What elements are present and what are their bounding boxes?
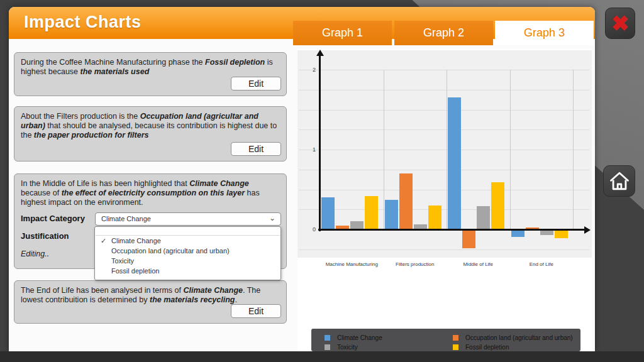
legend-label: Fossil depletion xyxy=(465,344,509,351)
bar xyxy=(448,97,461,229)
x-category-label: End of Life xyxy=(507,261,576,267)
window-bottom-bar xyxy=(0,351,644,362)
bar xyxy=(477,206,490,229)
bar xyxy=(321,197,335,229)
y-tick-label: 0 xyxy=(301,226,316,233)
legend-swatch xyxy=(453,344,458,350)
gridline-v xyxy=(384,70,384,229)
impact-bar-chart: 012 Machine ManufacturingFilters product… xyxy=(297,49,592,351)
note-filters-production: About the Filters production is the Occu… xyxy=(14,106,287,162)
bar xyxy=(462,230,475,248)
home-button[interactable] xyxy=(603,165,635,197)
justification-label: Justification xyxy=(21,231,69,241)
listbox-blank-row xyxy=(95,227,280,235)
bar xyxy=(540,230,553,235)
gridline-h xyxy=(299,90,589,90)
note-text: During the Coffee Machine Manufacturing … xyxy=(21,58,273,76)
chart-legend: Climate ChangeOccupation land (agriculta… xyxy=(311,329,580,351)
x-axis-arrow xyxy=(584,226,591,234)
legend-item: Toxicity xyxy=(325,343,453,352)
bar xyxy=(385,200,398,229)
note-end-of-life: The End of Life has been analysed in ter… xyxy=(14,280,287,324)
note-text: The End of Life has been analysed in ter… xyxy=(21,286,260,304)
x-axis xyxy=(318,229,585,231)
chart-plot-area: 012 xyxy=(297,50,592,258)
legend-swatch xyxy=(453,335,458,341)
y-axis xyxy=(319,55,321,231)
bar xyxy=(555,230,568,238)
gridline-h xyxy=(299,190,589,190)
page-title: Impact Charts xyxy=(24,13,142,32)
gridline-h xyxy=(299,70,589,70)
legend-label: Climate Change xyxy=(337,334,382,341)
bar xyxy=(399,173,413,229)
note-text: In the Middle of Life is has been highli… xyxy=(21,179,260,207)
bar xyxy=(365,196,378,229)
y-tick-label: 2 xyxy=(301,67,316,73)
note-machine-manufacturing: During the Coffee Machine Manufacturing … xyxy=(14,52,287,96)
selected-value: Climate Change xyxy=(101,215,151,222)
tab-graph-1[interactable]: Graph 1 xyxy=(293,21,392,45)
dropdown-option[interactable]: ✓Climate Change xyxy=(95,236,280,246)
impact-category-label: Impact Category xyxy=(21,214,85,223)
impact-category-select[interactable]: Climate Change ⌄ xyxy=(95,212,281,226)
editing-status: Editing.. xyxy=(21,250,49,259)
checkmark-icon: ✓ xyxy=(101,236,106,246)
gridline-h xyxy=(299,250,589,250)
close-icon: ✖ xyxy=(611,11,630,35)
legend-label: Occupation land (agricultar and urban) xyxy=(465,334,573,341)
edit-button[interactable]: Edit xyxy=(231,142,281,156)
chevron-down-icon: ⌄ xyxy=(269,212,275,224)
y-tick-label: 1 xyxy=(301,146,316,153)
bar xyxy=(491,182,504,229)
bar xyxy=(428,206,441,229)
legend-label: Toxicity xyxy=(337,344,358,351)
dropdown-option[interactable]: Occupation land (agricultar and urban) xyxy=(95,246,280,256)
impact-charts-window: Impact Charts Graph 1 Graph 2 Graph 3 Du… xyxy=(9,7,595,351)
legend-item: Fossil depletion xyxy=(453,343,580,352)
gridline-v xyxy=(447,70,447,229)
home-icon xyxy=(609,171,630,191)
x-category-label: Machine Manufacturing xyxy=(317,261,386,267)
gridline-h xyxy=(299,150,589,150)
dropdown-option[interactable]: Fossil depletion xyxy=(95,266,280,276)
gridline-h xyxy=(299,129,589,130)
x-category-label: Filters production xyxy=(380,261,450,267)
edit-button[interactable]: Edit xyxy=(231,304,281,318)
tab-graph-2[interactable]: Graph 2 xyxy=(394,21,493,45)
legend-item: Climate Change xyxy=(325,333,453,343)
y-axis-arrow xyxy=(316,50,324,56)
tab-graph-3[interactable]: Graph 3 xyxy=(495,21,594,45)
gridline-h xyxy=(299,110,589,111)
gridline-h xyxy=(299,170,589,170)
impact-category-listbox: ✓Climate ChangeOccupation land (agricult… xyxy=(94,226,281,280)
chart-x-labels: Machine ManufacturingFilters productionM… xyxy=(297,261,592,270)
note-text: About the Filters production is the Occu… xyxy=(21,112,277,140)
legend-swatch xyxy=(325,344,330,350)
gridline-h xyxy=(299,209,589,210)
gridline-v xyxy=(510,70,511,229)
bar xyxy=(511,230,525,237)
gridline-v xyxy=(573,70,574,229)
x-category-label: Middle of Life xyxy=(443,261,513,267)
legend-swatch xyxy=(325,335,330,341)
legend-item: Occupation land (agricultar and urban) xyxy=(453,333,580,343)
close-button[interactable]: ✖ xyxy=(605,8,635,39)
edit-button[interactable]: Edit xyxy=(231,77,281,90)
dropdown-option[interactable]: Toxicity xyxy=(95,256,280,266)
